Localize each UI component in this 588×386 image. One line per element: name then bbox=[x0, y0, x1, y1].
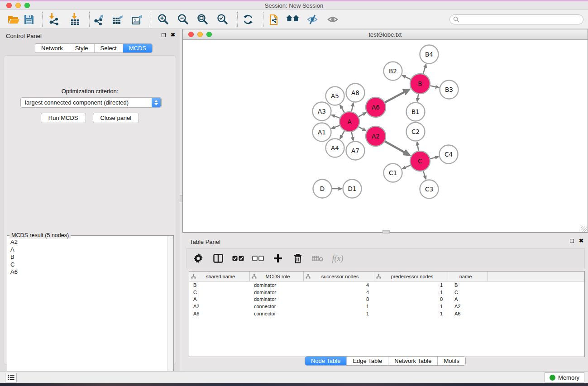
select-all-checkboxes-icon[interactable] bbox=[229, 250, 247, 267]
window-titlebar: Session: New Session bbox=[0, 1, 588, 10]
home-view-icon[interactable] bbox=[285, 12, 301, 27]
criterion-value: largest connected component (directed) bbox=[21, 99, 152, 106]
network-view-window: testGlobe.txt B4B2BB3A8A5A6A3B1AA1C2A2A4… bbox=[182, 29, 588, 233]
graph-edge-A-A8[interactable] bbox=[352, 103, 354, 112]
float-table-panel-icon[interactable] bbox=[570, 239, 574, 243]
export-image-icon[interactable] bbox=[129, 12, 146, 27]
tab-node-table[interactable]: Node Table bbox=[305, 357, 347, 365]
graph-edge-C-C3[interactable] bbox=[423, 171, 426, 179]
delete-table-icon[interactable] bbox=[309, 250, 326, 267]
zoom-in-icon[interactable] bbox=[155, 12, 172, 27]
deselect-all-checkboxes-icon[interactable] bbox=[249, 250, 267, 267]
zoom-out-icon[interactable] bbox=[175, 12, 191, 27]
column-header-mcds-role[interactable]: MCDS role bbox=[250, 272, 304, 281]
column-header-successor-nodes[interactable]: successor nodes bbox=[304, 272, 374, 281]
add-column-icon[interactable] bbox=[269, 250, 287, 267]
memory-button[interactable]: Memory bbox=[545, 372, 584, 382]
close-panel-icon[interactable]: ✖ bbox=[171, 33, 175, 37]
delete-column-icon[interactable] bbox=[289, 250, 306, 267]
graph-edge-B-B2[interactable] bbox=[402, 76, 411, 79]
network-from-document-icon[interactable] bbox=[267, 12, 283, 27]
zoom-fit-icon[interactable] bbox=[195, 12, 211, 27]
graph-edge-C-C4[interactable] bbox=[430, 157, 438, 158]
graph-edge-C-C2[interactable] bbox=[417, 142, 419, 151]
close-panel-button[interactable]: Close panel bbox=[93, 113, 139, 123]
task-history-icon[interactable] bbox=[5, 373, 17, 382]
tab-motifs[interactable]: Motifs bbox=[437, 357, 465, 365]
graph-node-label-C1: C1 bbox=[389, 169, 397, 176]
tab-mcds[interactable]: MCDS bbox=[123, 44, 152, 52]
graph-edge-A-A1[interactable] bbox=[332, 125, 340, 129]
status-bar: Memory bbox=[0, 371, 588, 383]
split-pane-grip-horizontal[interactable] bbox=[382, 230, 390, 234]
hide-graphics-details-icon[interactable] bbox=[305, 12, 321, 27]
column-header-shared-name[interactable]: shared name bbox=[189, 272, 250, 281]
list-item[interactable]: B bbox=[7, 253, 167, 261]
run-mcds-button[interactable]: Run MCDS bbox=[41, 113, 86, 123]
zoom-selected-icon[interactable] bbox=[215, 12, 231, 27]
graph-edge-B-B4[interactable] bbox=[423, 64, 426, 74]
graph-edge-A6-B[interactable] bbox=[385, 90, 409, 103]
table-row[interactable]: C dominator 4 1 C bbox=[189, 289, 584, 296]
network-canvas[interactable]: B4B2BB3A8A5A6A3B1AA1C2A2A4A7C4CC1C3DD1 bbox=[183, 40, 587, 232]
graph-edge-A2-C[interactable] bbox=[385, 141, 409, 155]
criterion-dropdown[interactable]: largest connected component (directed) bbox=[20, 97, 162, 108]
tab-style[interactable]: Style bbox=[69, 44, 94, 52]
close-table-panel-icon[interactable]: ✖ bbox=[579, 238, 583, 243]
graph-edge-A-A7[interactable] bbox=[352, 132, 354, 141]
tab-network-table[interactable]: Network Table bbox=[388, 357, 437, 365]
graph-node-label-C2: C2 bbox=[411, 128, 420, 135]
graph-edge-C-C1[interactable] bbox=[402, 165, 411, 169]
graph-edge-A-A5[interactable] bbox=[340, 105, 344, 113]
graph-node-label-B2: B2 bbox=[389, 67, 397, 75]
toolbar-separator bbox=[263, 12, 263, 27]
list-item[interactable]: C bbox=[7, 261, 167, 269]
column-header-predecessor-nodes[interactable]: predecessor nodes bbox=[374, 272, 448, 281]
import-network-icon[interactable] bbox=[46, 12, 62, 27]
save-session-icon[interactable] bbox=[21, 12, 37, 27]
show-columns-icon[interactable] bbox=[210, 250, 227, 267]
graph-node-label-A6: A6 bbox=[372, 104, 380, 111]
graph-edge-B-B3[interactable] bbox=[430, 86, 439, 88]
graph-node-label-C: C bbox=[418, 157, 422, 165]
table-row[interactable]: B dominator 4 1 B bbox=[189, 281, 584, 289]
search-input[interactable] bbox=[459, 15, 583, 24]
float-panel-icon[interactable] bbox=[162, 33, 166, 37]
resize-corner-handle[interactable] bbox=[581, 226, 587, 232]
table-row[interactable]: A dominator 8 0 A bbox=[189, 296, 584, 303]
graph-edge-A-A4[interactable] bbox=[340, 131, 344, 139]
list-item[interactable]: A bbox=[7, 246, 167, 254]
list-item[interactable]: A6 bbox=[7, 268, 167, 276]
refresh-icon[interactable] bbox=[240, 12, 256, 27]
table-row[interactable]: A6 connector 1 1 A6 bbox=[189, 310, 584, 317]
open-session-icon[interactable] bbox=[5, 12, 22, 27]
table-header-row: shared name MCDS role successor nodes pr… bbox=[189, 272, 584, 281]
tab-edge-table[interactable]: Edge Table bbox=[346, 357, 388, 365]
tab-network[interactable]: Network bbox=[35, 44, 69, 52]
network-window-titlebar[interactable]: testGlobe.txt bbox=[183, 29, 588, 40]
graph-node-label-A2: A2 bbox=[372, 133, 380, 140]
list-scrollbar[interactable] bbox=[167, 236, 173, 386]
search-field[interactable] bbox=[449, 14, 583, 24]
list-item[interactable]: A2 bbox=[7, 238, 167, 246]
column-header-name[interactable]: name bbox=[448, 272, 488, 281]
export-network-icon[interactable] bbox=[91, 12, 107, 27]
mcds-panel: Optimization criterion: largest connecte… bbox=[4, 55, 176, 365]
export-table-icon[interactable] bbox=[110, 12, 126, 27]
search-icon bbox=[453, 16, 459, 23]
graph-node-label-A: A bbox=[347, 118, 352, 125]
memory-label: Memory bbox=[558, 374, 579, 381]
graph-edge-B-B1[interactable] bbox=[417, 94, 419, 101]
graph-edge-A-A6[interactable] bbox=[359, 113, 366, 117]
control-panel-title: Control Panel bbox=[6, 33, 42, 39]
graph-node-label-C3: C3 bbox=[425, 186, 433, 193]
function-builder-icon[interactable]: f(x) bbox=[329, 250, 346, 267]
table-settings-gear-icon[interactable] bbox=[190, 250, 207, 267]
table-row[interactable]: A2 connector 1 1 A2 bbox=[189, 303, 584, 310]
show-graphics-details-icon[interactable] bbox=[325, 12, 341, 27]
mcds-result-title: MCDS result (5 nodes) bbox=[10, 232, 71, 238]
import-table-icon[interactable] bbox=[67, 12, 83, 27]
graph-edge-A-A2[interactable] bbox=[359, 127, 366, 131]
tab-select[interactable]: Select bbox=[94, 44, 123, 52]
graph-edge-A-A3[interactable] bbox=[332, 115, 340, 118]
